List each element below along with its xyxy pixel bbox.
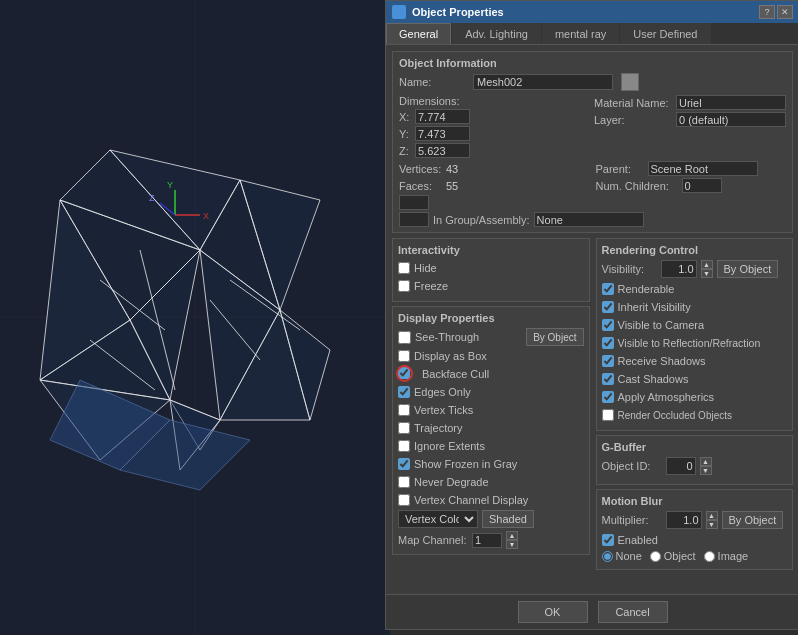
dialog-titlebar: Object Properties ? ✕ xyxy=(386,1,798,23)
dim-z-row: Z: xyxy=(399,143,584,158)
ignore-extents-checkbox[interactable] xyxy=(398,440,410,452)
backface-cull-checkbox-container xyxy=(398,367,412,381)
ignore-extents-label: Ignore Extents xyxy=(414,440,485,452)
tab-general[interactable]: General xyxy=(386,23,451,44)
material-layer-col: Material Name: Layer: xyxy=(594,95,786,158)
edges-only-label: Edges Only xyxy=(414,386,471,398)
parent-row: Parent: xyxy=(596,161,787,176)
faces-label: Faces: xyxy=(399,180,444,192)
by-object-motion-button[interactable]: By Object xyxy=(722,511,784,529)
apply-atmospherics-checkbox[interactable] xyxy=(602,391,614,403)
display-properties-section: Display Properties See-Through By Object… xyxy=(392,306,590,555)
layer-label: Layer: xyxy=(594,114,674,126)
see-through-checkbox[interactable] xyxy=(398,331,411,344)
right-col: Rendering Control Visibility: ▲ ▼ By Obj… xyxy=(596,238,794,570)
visibility-up[interactable]: ▲ xyxy=(701,260,713,269)
color-swatch[interactable] xyxy=(621,73,639,91)
vertex-ticks-row: Vertex Ticks xyxy=(398,402,584,418)
visibility-input[interactable] xyxy=(661,260,697,278)
hide-checkbox[interactable] xyxy=(398,262,410,274)
blank-input-1[interactable] xyxy=(399,195,429,210)
image-radio[interactable] xyxy=(704,551,715,562)
object-id-row: Object ID: ▲ ▼ xyxy=(602,457,788,475)
parent-input[interactable] xyxy=(648,161,758,176)
map-channel-input[interactable] xyxy=(472,533,502,548)
enabled-checkbox[interactable] xyxy=(602,534,614,546)
by-object-rendering-button[interactable]: By Object xyxy=(717,260,779,278)
num-children-row: Num. Children: xyxy=(596,178,787,193)
name-input[interactable] xyxy=(473,74,613,90)
dialog-help-button[interactable]: ? xyxy=(759,5,775,19)
object-id-input[interactable] xyxy=(666,457,696,475)
z-input[interactable] xyxy=(415,143,470,158)
motion-blur-section: Motion Blur Multiplier: ▲ ▼ By Object En… xyxy=(596,489,794,570)
visible-reflection-checkbox[interactable] xyxy=(602,337,614,349)
object-id-down[interactable]: ▼ xyxy=(700,466,712,475)
vertex-ticks-checkbox[interactable] xyxy=(398,404,410,416)
vertices-value: 43 xyxy=(446,163,458,175)
tab-user-defined[interactable]: User Defined xyxy=(620,23,710,44)
vertex-color-select[interactable]: Vertex Color xyxy=(398,510,478,528)
faces-row: Faces: 55 xyxy=(399,178,590,193)
in-group-input[interactable] xyxy=(534,212,644,227)
tab-adv-lighting[interactable]: Adv. Lighting xyxy=(452,23,541,44)
freeze-checkbox[interactable] xyxy=(398,280,410,292)
material-row: Material Name: xyxy=(594,95,786,110)
gbuffer-section: G-Buffer Object ID: ▲ ▼ xyxy=(596,435,794,485)
layer-input[interactable] xyxy=(676,112,786,127)
dims-col: Dimensions: X: Y: Z: xyxy=(399,95,584,158)
num-children-input[interactable] xyxy=(682,178,722,193)
visible-to-camera-checkbox[interactable] xyxy=(602,319,614,331)
backface-cull-checkbox[interactable] xyxy=(398,367,410,379)
tab-mental-ray[interactable]: mental ray xyxy=(542,23,619,44)
y-input[interactable] xyxy=(415,126,470,141)
never-degrade-checkbox[interactable] xyxy=(398,476,410,488)
hide-row: Hide xyxy=(398,260,584,276)
vertex-channel-checkbox[interactable] xyxy=(398,494,410,506)
apply-atmospherics-label: Apply Atmospherics xyxy=(618,391,715,403)
by-object-display-button[interactable]: By Object xyxy=(526,328,583,346)
visibility-spinner: ▲ ▼ xyxy=(701,260,713,278)
cancel-button[interactable]: Cancel xyxy=(598,601,668,623)
rendering-control-header: Rendering Control xyxy=(602,244,788,256)
visibility-label: Visibility: xyxy=(602,263,657,275)
material-input[interactable] xyxy=(676,95,786,110)
multiplier-up[interactable]: ▲ xyxy=(706,511,718,520)
verts-parent-grid: Vertices: 43 Parent: Faces: 55 Num. Chil… xyxy=(399,161,786,193)
edges-only-checkbox[interactable] xyxy=(398,386,410,398)
renderable-checkbox[interactable] xyxy=(602,283,614,295)
dims-material-grid: Dimensions: X: Y: Z: xyxy=(399,95,786,158)
display-as-box-checkbox[interactable] xyxy=(398,350,410,362)
multiplier-input[interactable] xyxy=(666,511,702,529)
cast-shadows-checkbox[interactable] xyxy=(602,373,614,385)
show-frozen-checkbox[interactable] xyxy=(398,458,410,470)
ok-button[interactable]: OK xyxy=(518,601,588,623)
see-through-label: See-Through xyxy=(415,331,479,343)
faces-value: 55 xyxy=(446,180,458,192)
inherit-visibility-checkbox[interactable] xyxy=(602,301,614,313)
dialog-close-button[interactable]: ✕ xyxy=(777,5,793,19)
dialog-controls: ? ✕ xyxy=(759,5,793,19)
svg-text:Y: Y xyxy=(167,180,173,190)
render-occluded-checkbox[interactable] xyxy=(602,409,614,421)
inherit-visibility-label: Inherit Visibility xyxy=(618,301,691,313)
map-channel-down[interactable]: ▼ xyxy=(506,540,518,549)
inherit-visibility-row: Inherit Visibility xyxy=(602,299,788,315)
trajectory-checkbox[interactable] xyxy=(398,422,410,434)
enabled-row: Enabled xyxy=(602,532,788,548)
multiplier-down[interactable]: ▼ xyxy=(706,520,718,529)
interactivity-section: Interactivity Hide Freeze xyxy=(392,238,590,302)
shaded-button[interactable]: Shaded xyxy=(482,510,534,528)
blank-input-2[interactable] xyxy=(399,212,429,227)
none-radio[interactable] xyxy=(602,551,613,562)
x-input[interactable] xyxy=(415,109,470,124)
tab-bar: General Adv. Lighting mental ray User De… xyxy=(386,23,798,45)
receive-shadows-checkbox[interactable] xyxy=(602,355,614,367)
object-id-up[interactable]: ▲ xyxy=(700,457,712,466)
dimensions-header-row: Dimensions: xyxy=(399,95,584,107)
object-radio[interactable] xyxy=(650,551,661,562)
dim-y-row: Y: xyxy=(399,126,584,141)
map-channel-up[interactable]: ▲ xyxy=(506,531,518,540)
dialog-title: Object Properties xyxy=(412,6,504,18)
visibility-down[interactable]: ▼ xyxy=(701,269,713,278)
